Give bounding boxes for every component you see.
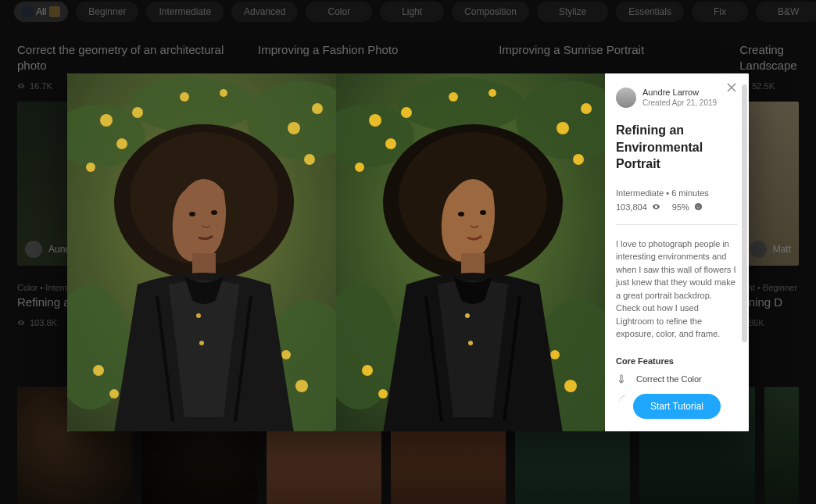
author-name[interactable]: Aundre Larrow xyxy=(642,88,717,97)
before-after-comparison xyxy=(67,73,605,431)
svg-point-46 xyxy=(489,89,496,97)
core-features-header: Core Features xyxy=(616,356,738,366)
level-duration: Intermediate • 6 minutes xyxy=(616,188,738,198)
svg-point-45 xyxy=(449,92,458,102)
svg-point-34 xyxy=(385,138,396,149)
divider xyxy=(616,224,738,225)
svg-point-37 xyxy=(557,122,569,134)
feature-item: Correct the Color xyxy=(616,374,738,384)
svg-point-57 xyxy=(621,381,622,382)
svg-point-11 xyxy=(304,154,315,165)
svg-point-50 xyxy=(480,210,486,215)
svg-point-49 xyxy=(458,212,464,216)
smile-icon xyxy=(694,202,703,211)
svg-point-10 xyxy=(288,122,300,134)
approval-percent: 95% xyxy=(672,202,689,212)
svg-point-43 xyxy=(564,380,577,392)
svg-point-3 xyxy=(130,77,255,132)
svg-point-41 xyxy=(362,365,373,376)
svg-point-8 xyxy=(86,163,95,172)
svg-point-33 xyxy=(369,114,381,127)
svg-point-56 xyxy=(699,206,700,206)
svg-point-36 xyxy=(401,107,412,118)
svg-point-18 xyxy=(180,92,189,102)
svg-point-38 xyxy=(573,154,584,165)
svg-point-40 xyxy=(581,103,592,114)
svg-point-14 xyxy=(93,365,104,376)
svg-point-53 xyxy=(468,341,473,345)
svg-point-16 xyxy=(295,380,308,392)
svg-point-35 xyxy=(355,163,364,172)
tutorial-detail-modal: Aundre Larrow Created Apr 21, 2019 Refin… xyxy=(67,73,749,431)
svg-point-55 xyxy=(696,206,697,206)
view-count: 103,804 xyxy=(616,202,647,212)
svg-point-52 xyxy=(465,313,470,318)
author-block: Aundre Larrow Created Apr 21, 2019 xyxy=(616,88,738,108)
svg-point-7 xyxy=(116,138,127,149)
svg-point-30 xyxy=(399,77,524,132)
svg-point-26 xyxy=(199,341,204,345)
svg-point-9 xyxy=(132,107,143,118)
svg-point-19 xyxy=(220,89,227,97)
svg-point-23 xyxy=(211,210,217,215)
sidebar-scrollbar[interactable] xyxy=(742,84,747,342)
svg-point-22 xyxy=(189,212,195,216)
svg-point-44 xyxy=(550,350,560,359)
thermometer-icon xyxy=(616,374,627,384)
svg-point-54 xyxy=(695,203,702,210)
created-date: Created Apr 21, 2019 xyxy=(642,98,717,107)
feature-label: Correct the Color xyxy=(636,374,702,384)
svg-point-13 xyxy=(312,103,323,114)
author-avatar[interactable] xyxy=(616,88,636,108)
svg-point-17 xyxy=(281,350,291,359)
eye-icon xyxy=(652,202,660,211)
after-image xyxy=(336,73,605,431)
svg-point-6 xyxy=(100,114,113,127)
cta-container: Start Tutorial xyxy=(605,386,749,431)
view-approval-stats: 103,804 95% xyxy=(616,202,738,212)
before-image xyxy=(67,73,336,431)
tutorial-sidebar: Aundre Larrow Created Apr 21, 2019 Refin… xyxy=(605,73,749,431)
svg-point-42 xyxy=(378,389,388,399)
svg-point-15 xyxy=(109,389,119,399)
tutorial-description: I love to photograph people in interesti… xyxy=(616,238,738,341)
start-tutorial-button[interactable]: Start Tutorial xyxy=(633,394,721,419)
tutorial-title: Refining an Environmental Portrait xyxy=(616,122,738,173)
svg-point-25 xyxy=(196,313,201,318)
